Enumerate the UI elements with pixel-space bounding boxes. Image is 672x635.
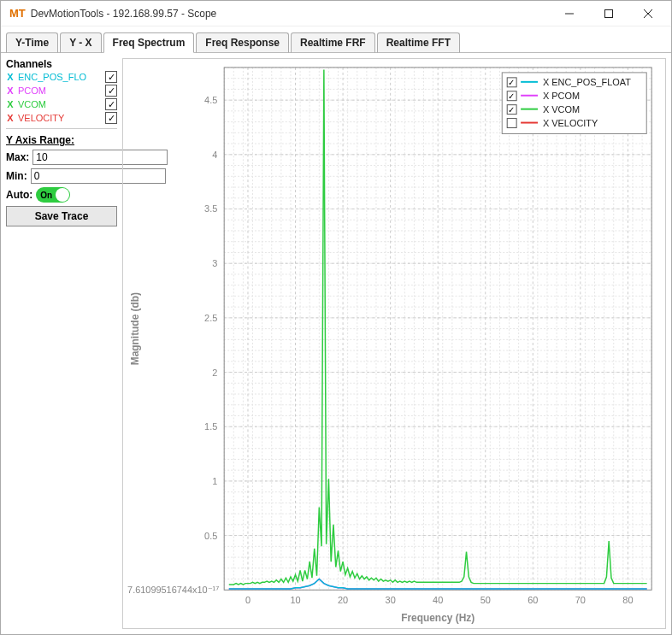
close-button[interactable] [628, 2, 668, 26]
auto-label: Auto: [6, 189, 32, 201]
svg-text:✓: ✓ [508, 78, 515, 87]
tab-realtime-fft[interactable]: Realtime FFT [377, 32, 460, 53]
svg-text:Magnitude (db): Magnitude (db) [129, 292, 141, 365]
svg-text:0.5: 0.5 [204, 531, 217, 541]
channel-checkbox[interactable]: ✓ [105, 98, 117, 110]
svg-text:50: 50 [480, 595, 491, 605]
channel-name: ENC_POS_FLO [18, 72, 102, 82]
svg-text:30: 30 [386, 595, 396, 605]
channel-row-enc_pos_float: XENC_POS_FLO✓ [6, 70, 117, 84]
svg-text:X VCOM: X VCOM [543, 104, 580, 115]
svg-text:4: 4 [212, 150, 217, 160]
svg-text:0: 0 [245, 595, 251, 605]
auto-row: Auto: On [6, 187, 117, 203]
maximize-button[interactable] [589, 2, 628, 26]
tab-freq-spectrum[interactable]: Freq Spectrum [103, 32, 195, 53]
channel-axis: X [6, 99, 15, 109]
channel-row-vcom: XVCOM✓ [6, 97, 117, 111]
max-field-row: Max: [6, 150, 117, 165]
minimize-button[interactable] [550, 2, 589, 26]
svg-text:40: 40 [433, 595, 443, 605]
content-area: Channels XENC_POS_FLO✓XPCOM✓XVCOM✓XVELOC… [1, 53, 671, 634]
app-icon: MT [4, 7, 31, 20]
max-label: Max: [6, 151, 29, 163]
channel-axis: X [6, 85, 15, 96]
tab-freq-response[interactable]: Freq Response [196, 32, 289, 53]
svg-text:1.5: 1.5 [204, 421, 217, 432]
svg-text:X VELOCITY: X VELOCITY [543, 118, 598, 128]
channel-name: VCOM [18, 99, 102, 109]
chart-area: 010203040506070800.511.522.533.544.57.61… [122, 58, 666, 629]
channels-label: Channels [6, 58, 117, 70]
channel-row-velocity: XVELOCITY✓ [6, 111, 117, 125]
svg-text:4.5: 4.5 [204, 95, 217, 105]
channel-axis: X [6, 72, 15, 82]
min-field-row: Min: [6, 168, 117, 184]
tab-y-time[interactable]: Y-Time [6, 32, 58, 53]
tab-y-x[interactable]: Y - X [60, 32, 101, 53]
svg-text:2.5: 2.5 [204, 313, 217, 323]
channel-checkbox[interactable]: ✓ [105, 112, 117, 124]
save-trace-button[interactable]: Save Trace [6, 206, 117, 226]
app-window: MT DevMotionTools - 192.168.99.57 - Scop… [0, 0, 672, 635]
svg-rect-1 [605, 9, 613, 17]
svg-text:60: 60 [528, 595, 538, 605]
svg-text:1: 1 [212, 476, 217, 486]
svg-text:3.5: 3.5 [204, 203, 217, 214]
sidebar: Channels XENC_POS_FLO✓XPCOM✓XVCOM✓XVELOC… [6, 58, 117, 629]
channels-panel: Channels XENC_POS_FLO✓XPCOM✓XVCOM✓XVELOC… [6, 58, 117, 129]
channel-axis: X [6, 113, 15, 123]
toggle-knob-icon [56, 188, 69, 202]
min-label: Min: [6, 170, 27, 182]
channel-name: PCOM [18, 85, 102, 96]
svg-rect-152 [507, 119, 516, 128]
svg-text:✓: ✓ [508, 105, 515, 115]
svg-text:X ENC_POS_FLOAT: X ENC_POS_FLOAT [543, 77, 631, 87]
svg-text:Frequency (Hz): Frequency (Hz) [401, 612, 475, 624]
svg-text:3: 3 [212, 258, 217, 268]
channel-name: VELOCITY [18, 113, 102, 123]
window-title: DevMotionTools - 192.168.99.57 - Scope [31, 8, 550, 20]
auto-toggle-state: On [40, 191, 52, 200]
svg-text:10: 10 [290, 595, 300, 605]
svg-text:70: 70 [575, 595, 586, 605]
svg-text:✓: ✓ [508, 91, 515, 101]
channel-row-pcom: XPCOM✓ [6, 84, 117, 97]
svg-text:2: 2 [212, 367, 217, 378]
channel-checkbox[interactable]: ✓ [105, 85, 117, 97]
svg-text:20: 20 [338, 595, 348, 605]
svg-text:80: 80 [622, 595, 633, 605]
titlebar: MT DevMotionTools - 192.168.99.57 - Scop… [1, 1, 671, 26]
y-axis-range-label: Y Axis Range: [6, 134, 117, 146]
window-buttons [550, 2, 668, 26]
svg-text:X PCOM: X PCOM [543, 91, 580, 101]
spectrum-chart: 010203040506070800.511.522.533.544.57.61… [123, 59, 665, 628]
svg-text:7.61099516744x10⁻¹⁷: 7.61099516744x10⁻¹⁷ [127, 585, 219, 595]
tab-bar: Y-TimeY - XFreq SpectrumFreq ResponseRea… [1, 26, 671, 53]
auto-toggle[interactable]: On [36, 187, 70, 203]
tab-realtime-frf[interactable]: Realtime FRF [291, 32, 375, 53]
channel-checkbox[interactable]: ✓ [105, 71, 117, 83]
